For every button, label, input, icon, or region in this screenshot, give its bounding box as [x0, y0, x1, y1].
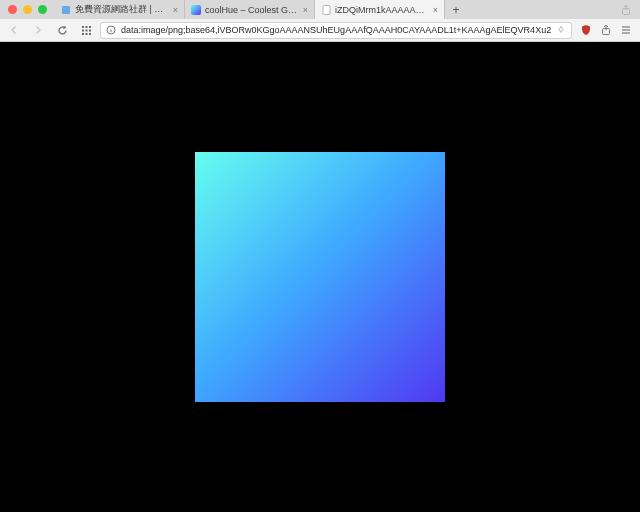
extension-icons — [578, 24, 634, 36]
nav-back-button[interactable] — [6, 22, 22, 38]
nav-buttons — [6, 22, 94, 38]
file-icon — [321, 5, 331, 15]
menu-icon[interactable] — [620, 24, 632, 36]
svg-rect-10 — [82, 33, 84, 35]
tab-row: 免費資源網路社群 | 免費資源 × coolHue – Coolest Grad… — [0, 0, 640, 19]
browser-chrome: 免費資源網路社群 | 免費資源 × coolHue – Coolest Grad… — [0, 0, 640, 42]
window-controls — [0, 0, 55, 19]
share-icon[interactable] — [612, 0, 640, 19]
svg-rect-5 — [85, 26, 87, 28]
svg-rect-11 — [85, 33, 87, 35]
favicon-icon — [191, 5, 201, 15]
tab-close-icon[interactable]: × — [173, 5, 178, 15]
window-maximize-button[interactable] — [38, 5, 47, 14]
nav-forward-button[interactable] — [30, 22, 46, 38]
tab-item[interactable]: coolHue – Coolest Gradient × — [185, 0, 315, 19]
tab-title: coolHue – Coolest Gradient — [205, 5, 299, 15]
url-text: data:image/png;base64,iVBORw0KGgoAAAANSU… — [121, 25, 551, 35]
toolbar-row: data:image/png;base64,iVBORw0KGgoAAAANSU… — [0, 19, 640, 41]
svg-rect-0 — [62, 6, 70, 14]
export-icon[interactable] — [600, 24, 612, 36]
favicon-icon — [61, 5, 71, 15]
window-minimize-button[interactable] — [23, 5, 32, 14]
svg-rect-4 — [82, 26, 84, 28]
new-tab-button[interactable]: + — [445, 0, 467, 19]
bookmark-icon[interactable] — [556, 25, 566, 35]
site-info-icon[interactable] — [106, 25, 116, 35]
svg-rect-12 — [89, 33, 91, 35]
tab-item[interactable]: 免費資源網路社群 | 免費資源 × — [55, 0, 185, 19]
tab-title: iZDQiMrm1kAAAAASUVORK5 — [335, 5, 429, 15]
svg-rect-8 — [85, 29, 87, 31]
tab-close-icon[interactable]: × — [433, 5, 438, 15]
nav-reload-button[interactable] — [54, 22, 70, 38]
tab-item-active[interactable]: iZDQiMrm1kAAAAASUVORK5 × — [315, 0, 445, 19]
window-close-button[interactable] — [8, 5, 17, 14]
svg-rect-9 — [89, 29, 91, 31]
address-bar[interactable]: data:image/png;base64,iVBORw0KGgoAAAANSU… — [100, 22, 572, 39]
tab-title: 免費資源網路社群 | 免費資源 — [75, 3, 169, 16]
svg-rect-6 — [89, 26, 91, 28]
extension-shield-icon[interactable] — [580, 24, 592, 36]
tab-close-icon[interactable]: × — [303, 5, 308, 15]
gradient-image — [195, 152, 445, 402]
svg-rect-7 — [82, 29, 84, 31]
svg-rect-2 — [323, 5, 330, 14]
svg-rect-1 — [191, 5, 201, 15]
page-viewport — [0, 42, 640, 512]
apps-grid-icon[interactable] — [78, 22, 94, 38]
